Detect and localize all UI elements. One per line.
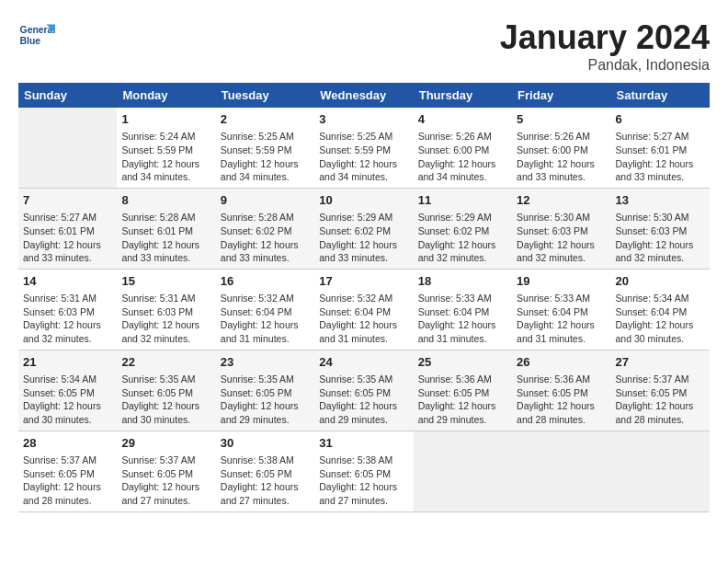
day-detail: Sunrise: 5:34 AM Sunset: 6:04 PM Dayligh… — [616, 292, 705, 346]
table-row: 7Sunrise: 5:27 AM Sunset: 6:01 PM Daylig… — [18, 188, 117, 269]
table-row: 29Sunrise: 5:37 AM Sunset: 6:05 PM Dayli… — [117, 431, 215, 511]
day-number: 5 — [517, 111, 606, 128]
calendar-week-row: 1Sunrise: 5:24 AM Sunset: 5:59 PM Daylig… — [18, 108, 710, 188]
day-number: 10 — [319, 192, 408, 209]
day-detail: Sunrise: 5:25 AM Sunset: 5:59 PM Dayligh… — [319, 130, 408, 184]
table-row: 10Sunrise: 5:29 AM Sunset: 6:02 PM Dayli… — [314, 188, 413, 269]
table-row: 2Sunrise: 5:25 AM Sunset: 5:59 PM Daylig… — [216, 108, 314, 188]
table-row: 27Sunrise: 5:37 AM Sunset: 6:05 PM Dayli… — [611, 350, 710, 431]
day-detail: Sunrise: 5:31 AM Sunset: 6:03 PM Dayligh… — [23, 292, 112, 346]
day-detail: Sunrise: 5:33 AM Sunset: 6:04 PM Dayligh… — [517, 292, 606, 346]
table-row: 22Sunrise: 5:35 AM Sunset: 6:05 PM Dayli… — [117, 350, 215, 431]
day-number: 11 — [418, 192, 507, 209]
day-detail: Sunrise: 5:37 AM Sunset: 6:05 PM Dayligh… — [616, 373, 705, 427]
page-title: January 2024 — [500, 18, 710, 57]
table-row: 11Sunrise: 5:29 AM Sunset: 6:02 PM Dayli… — [414, 188, 512, 269]
day-detail: Sunrise: 5:38 AM Sunset: 6:05 PM Dayligh… — [319, 454, 408, 508]
header-saturday: Saturday — [611, 83, 710, 108]
logo-icon: General Blue — [18, 18, 55, 55]
day-detail: Sunrise: 5:38 AM Sunset: 6:05 PM Dayligh… — [221, 454, 310, 508]
day-number: 22 — [121, 354, 210, 371]
day-detail: Sunrise: 5:33 AM Sunset: 6:04 PM Dayligh… — [418, 292, 507, 346]
table-row: 30Sunrise: 5:38 AM Sunset: 6:05 PM Dayli… — [216, 431, 314, 511]
day-number: 6 — [616, 111, 705, 128]
day-number: 12 — [517, 192, 606, 209]
table-row: 17Sunrise: 5:32 AM Sunset: 6:04 PM Dayli… — [314, 269, 413, 350]
day-number: 14 — [23, 273, 112, 290]
table-row: 12Sunrise: 5:30 AM Sunset: 6:03 PM Dayli… — [512, 188, 610, 269]
table-row: 3Sunrise: 5:25 AM Sunset: 5:59 PM Daylig… — [314, 108, 413, 188]
day-number: 25 — [418, 354, 507, 371]
day-detail: Sunrise: 5:26 AM Sunset: 6:00 PM Dayligh… — [517, 130, 606, 184]
title-section: January 2024 Pandak, Indonesia — [500, 18, 710, 74]
day-detail: Sunrise: 5:30 AM Sunset: 6:03 PM Dayligh… — [616, 211, 705, 265]
table-row: 26Sunrise: 5:36 AM Sunset: 6:05 PM Dayli… — [512, 350, 610, 431]
page-header: General Blue January 2024 Pandak, Indone… — [18, 18, 710, 74]
day-number: 8 — [121, 192, 210, 209]
header-wednesday: Wednesday — [314, 83, 413, 108]
calendar-table: Sunday Monday Tuesday Wednesday Thursday… — [18, 83, 710, 512]
table-row — [18, 108, 117, 188]
logo: General Blue — [18, 18, 59, 55]
table-row: 25Sunrise: 5:36 AM Sunset: 6:05 PM Dayli… — [414, 350, 512, 431]
header-thursday: Thursday — [414, 83, 512, 108]
day-number: 2 — [221, 111, 310, 128]
day-detail: Sunrise: 5:27 AM Sunset: 6:01 PM Dayligh… — [23, 211, 112, 265]
table-row — [512, 431, 610, 511]
table-row: 14Sunrise: 5:31 AM Sunset: 6:03 PM Dayli… — [18, 269, 117, 350]
table-row: 5Sunrise: 5:26 AM Sunset: 6:00 PM Daylig… — [512, 108, 610, 188]
day-number: 16 — [221, 273, 310, 290]
table-row: 19Sunrise: 5:33 AM Sunset: 6:04 PM Dayli… — [512, 269, 610, 350]
svg-text:Blue: Blue — [20, 36, 41, 46]
day-detail: Sunrise: 5:24 AM Sunset: 5:59 PM Dayligh… — [121, 130, 210, 184]
day-detail: Sunrise: 5:25 AM Sunset: 5:59 PM Dayligh… — [221, 130, 310, 184]
day-number: 20 — [616, 273, 705, 290]
day-detail: Sunrise: 5:26 AM Sunset: 6:00 PM Dayligh… — [418, 130, 507, 184]
day-number: 28 — [23, 435, 112, 452]
day-detail: Sunrise: 5:32 AM Sunset: 6:04 PM Dayligh… — [221, 292, 310, 346]
table-row: 18Sunrise: 5:33 AM Sunset: 6:04 PM Dayli… — [414, 269, 512, 350]
table-row: 13Sunrise: 5:30 AM Sunset: 6:03 PM Dayli… — [611, 188, 710, 269]
day-number: 17 — [319, 273, 408, 290]
table-row: 24Sunrise: 5:35 AM Sunset: 6:05 PM Dayli… — [314, 350, 413, 431]
day-number: 24 — [319, 354, 408, 371]
table-row: 21Sunrise: 5:34 AM Sunset: 6:05 PM Dayli… — [18, 350, 117, 431]
day-number: 29 — [121, 435, 210, 452]
page-subtitle: Pandak, Indonesia — [500, 57, 710, 74]
table-row: 20Sunrise: 5:34 AM Sunset: 6:04 PM Dayli… — [611, 269, 710, 350]
day-number: 26 — [517, 354, 606, 371]
calendar-week-row: 21Sunrise: 5:34 AM Sunset: 6:05 PM Dayli… — [18, 350, 710, 431]
table-row: 4Sunrise: 5:26 AM Sunset: 6:00 PM Daylig… — [414, 108, 512, 188]
day-detail: Sunrise: 5:28 AM Sunset: 6:02 PM Dayligh… — [221, 211, 310, 265]
table-row: 15Sunrise: 5:31 AM Sunset: 6:03 PM Dayli… — [117, 269, 215, 350]
day-detail: Sunrise: 5:35 AM Sunset: 6:05 PM Dayligh… — [121, 373, 210, 427]
calendar-week-row: 28Sunrise: 5:37 AM Sunset: 6:05 PM Dayli… — [18, 431, 710, 511]
table-row: 16Sunrise: 5:32 AM Sunset: 6:04 PM Dayli… — [216, 269, 314, 350]
day-detail: Sunrise: 5:31 AM Sunset: 6:03 PM Dayligh… — [121, 292, 210, 346]
day-detail: Sunrise: 5:29 AM Sunset: 6:02 PM Dayligh… — [319, 211, 408, 265]
calendar-header-row: Sunday Monday Tuesday Wednesday Thursday… — [18, 83, 710, 108]
day-detail: Sunrise: 5:34 AM Sunset: 6:05 PM Dayligh… — [23, 373, 112, 427]
day-number: 31 — [319, 435, 408, 452]
table-row: 31Sunrise: 5:38 AM Sunset: 6:05 PM Dayli… — [314, 431, 413, 511]
day-number: 13 — [616, 192, 705, 209]
header-tuesday: Tuesday — [216, 83, 314, 108]
day-number: 4 — [418, 111, 507, 128]
table-row — [611, 431, 710, 511]
table-row: 28Sunrise: 5:37 AM Sunset: 6:05 PM Dayli… — [18, 431, 117, 511]
day-number: 18 — [418, 273, 507, 290]
calendar-week-row: 14Sunrise: 5:31 AM Sunset: 6:03 PM Dayli… — [18, 269, 710, 350]
day-number: 15 — [121, 273, 210, 290]
day-detail: Sunrise: 5:36 AM Sunset: 6:05 PM Dayligh… — [418, 373, 507, 427]
day-number: 21 — [23, 354, 112, 371]
day-detail: Sunrise: 5:37 AM Sunset: 6:05 PM Dayligh… — [23, 454, 112, 508]
day-number: 27 — [616, 354, 705, 371]
day-number: 23 — [221, 354, 310, 371]
day-detail: Sunrise: 5:27 AM Sunset: 6:01 PM Dayligh… — [616, 130, 705, 184]
day-detail: Sunrise: 5:35 AM Sunset: 6:05 PM Dayligh… — [221, 373, 310, 427]
header-friday: Friday — [512, 83, 610, 108]
day-number: 7 — [23, 192, 112, 209]
header-monday: Monday — [117, 83, 215, 108]
day-number: 9 — [221, 192, 310, 209]
table-row: 1Sunrise: 5:24 AM Sunset: 5:59 PM Daylig… — [117, 108, 215, 188]
